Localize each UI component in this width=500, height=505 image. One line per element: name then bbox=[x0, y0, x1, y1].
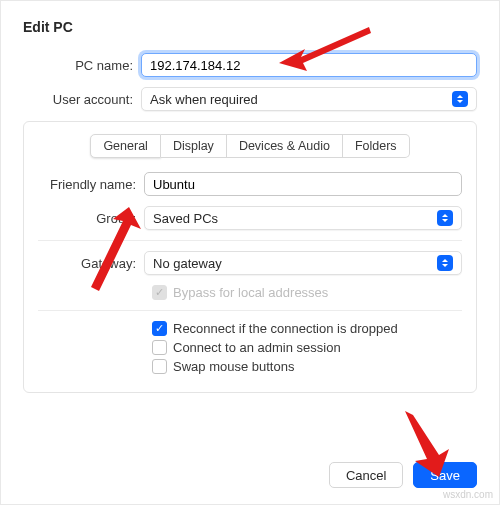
gateway-select[interactable]: No gateway bbox=[144, 251, 462, 275]
gateway-row: Gateway: No gateway bbox=[38, 251, 462, 275]
reconnect-row: Reconnect if the connection is dropped bbox=[152, 321, 462, 336]
admin-label: Connect to an admin session bbox=[173, 340, 341, 355]
friendly-name-input[interactable] bbox=[144, 172, 462, 196]
separator bbox=[38, 240, 462, 241]
settings-panel: General Display Devices & Audio Folders … bbox=[23, 121, 477, 393]
tab-folders[interactable]: Folders bbox=[343, 134, 410, 158]
user-account-value: Ask when required bbox=[150, 92, 258, 107]
swap-checkbox[interactable] bbox=[152, 359, 167, 374]
bypass-checkbox bbox=[152, 285, 167, 300]
bypass-label: Bypass for local addresses bbox=[173, 285, 328, 300]
admin-row: Connect to an admin session bbox=[152, 340, 462, 355]
user-account-row: User account: Ask when required bbox=[23, 87, 477, 111]
tab-bar: General Display Devices & Audio Folders bbox=[38, 134, 462, 158]
tab-general[interactable]: General bbox=[90, 134, 160, 158]
pc-name-input[interactable] bbox=[141, 53, 477, 77]
group-value: Saved PCs bbox=[153, 211, 218, 226]
friendly-name-row: Friendly name: bbox=[38, 172, 462, 196]
updown-icon bbox=[437, 255, 453, 271]
edit-pc-dialog: Edit PC PC name: User account: Ask when … bbox=[0, 0, 500, 505]
user-account-select[interactable]: Ask when required bbox=[141, 87, 477, 111]
group-label: Group: bbox=[38, 211, 144, 226]
admin-checkbox[interactable] bbox=[152, 340, 167, 355]
user-account-label: User account: bbox=[23, 92, 141, 107]
reconnect-label: Reconnect if the connection is dropped bbox=[173, 321, 398, 336]
pc-name-label: PC name: bbox=[23, 58, 141, 73]
tab-devices-audio[interactable]: Devices & Audio bbox=[227, 134, 343, 158]
group-select[interactable]: Saved PCs bbox=[144, 206, 462, 230]
updown-icon bbox=[452, 91, 468, 107]
save-button[interactable]: Save bbox=[413, 462, 477, 488]
separator bbox=[38, 310, 462, 311]
tab-display[interactable]: Display bbox=[161, 134, 227, 158]
swap-row: Swap mouse buttons bbox=[152, 359, 462, 374]
gateway-value: No gateway bbox=[153, 256, 222, 271]
swap-label: Swap mouse buttons bbox=[173, 359, 294, 374]
updown-icon bbox=[437, 210, 453, 226]
dialog-title: Edit PC bbox=[23, 19, 477, 35]
group-row: Group: Saved PCs bbox=[38, 206, 462, 230]
bypass-row: Bypass for local addresses bbox=[152, 285, 462, 300]
watermark: wsxdn.com bbox=[443, 489, 493, 500]
friendly-name-label: Friendly name: bbox=[38, 177, 144, 192]
reconnect-checkbox[interactable] bbox=[152, 321, 167, 336]
cancel-button[interactable]: Cancel bbox=[329, 462, 403, 488]
dialog-footer: Cancel Save bbox=[329, 462, 477, 488]
pc-name-row: PC name: bbox=[23, 53, 477, 77]
gateway-label: Gateway: bbox=[38, 256, 144, 271]
